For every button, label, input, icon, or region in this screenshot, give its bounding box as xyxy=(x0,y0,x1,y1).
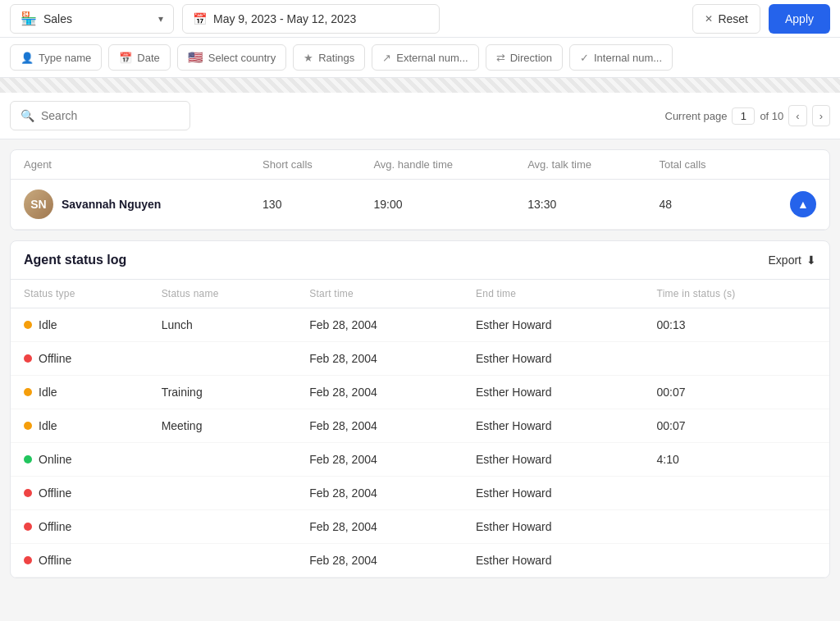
col-avg-talk: Avg. talk time xyxy=(514,150,646,180)
status-cell: Idle xyxy=(24,386,135,399)
filter-internal-label: Internal num... xyxy=(594,52,662,64)
of-pages-label: of 10 xyxy=(760,110,783,122)
calendar-icon: 📅 xyxy=(119,52,132,64)
calendar-icon: 📅 xyxy=(193,12,207,25)
filter-ratings[interactable]: ★ Ratings xyxy=(293,44,365,71)
next-page-button[interactable]: › xyxy=(812,105,830,126)
col-time-in-status: Time in status (s) xyxy=(644,280,829,308)
search-icon: 🔍 xyxy=(21,109,34,122)
col-start-time: Start time xyxy=(296,280,463,308)
end-time-value: Esther Howard xyxy=(463,342,644,376)
table-row: Offline Feb 28, 2004Esther Howard xyxy=(11,342,829,376)
time-in-status-value xyxy=(644,544,829,578)
filter-bar: 👤 Type name 📅 Date 🇺🇸 Select country ★ R… xyxy=(0,38,840,78)
status-dot xyxy=(24,556,32,564)
export-icon: ⬇ xyxy=(806,253,816,267)
avatar-image: SN xyxy=(24,189,53,219)
end-time-value: Esther Howard xyxy=(463,443,644,477)
filter-direction[interactable]: ⇄ Direction xyxy=(486,44,563,71)
filter-date[interactable]: 📅 Date xyxy=(108,44,170,71)
agent-table-container: Agent Short calls Avg. handle time Avg. … xyxy=(10,149,830,231)
start-time-value: Feb 28, 2004 xyxy=(296,409,463,443)
status-type-label: Offline xyxy=(39,486,71,500)
reset-button[interactable]: ✕ Reset xyxy=(692,4,760,34)
top-bar: 🏪 Sales ▾ 📅 May 9, 2023 - May 12, 2023 ✕… xyxy=(0,0,840,38)
start-time-value: Feb 28, 2004 xyxy=(296,477,463,510)
search-input[interactable] xyxy=(41,109,180,122)
chevron-down-icon: ▾ xyxy=(158,13,163,25)
filter-name[interactable]: 👤 Type name xyxy=(10,44,102,71)
status-cell: Offline xyxy=(24,554,135,567)
end-time-value: Esther Howard xyxy=(463,308,644,342)
status-name-value xyxy=(148,510,297,544)
agent-table: Agent Short calls Avg. handle time Avg. … xyxy=(11,150,829,230)
table-row: Idle LunchFeb 28, 2004Esther Howard00:13 xyxy=(11,308,829,342)
status-type-label: Idle xyxy=(39,386,57,399)
col-total-calls: Total calls xyxy=(646,150,752,180)
filter-name-label: Type name xyxy=(39,52,91,64)
check-icon: ✓ xyxy=(580,52,589,64)
page-number: 1 xyxy=(732,107,755,125)
status-type-label: Offline xyxy=(39,352,71,365)
filter-internal[interactable]: ✓ Internal num... xyxy=(569,44,673,71)
status-dot xyxy=(24,321,32,329)
pagination: Current page 1 of 10 ‹ › xyxy=(665,105,831,126)
time-in-status-value xyxy=(644,477,829,510)
date-range-text: May 9, 2023 - May 12, 2023 xyxy=(213,12,356,25)
filter-country[interactable]: 🇺🇸 Select country xyxy=(177,44,286,71)
status-name-value: Meeting xyxy=(148,409,297,443)
time-in-status-value: 00:07 xyxy=(644,409,829,443)
time-in-status-value xyxy=(644,342,829,376)
export-button[interactable]: Export ⬇ xyxy=(769,253,816,267)
search-input-wrap[interactable]: 🔍 xyxy=(10,101,190,130)
status-log-title: Agent status log xyxy=(24,253,126,267)
start-time-value: Feb 28, 2004 xyxy=(296,342,463,376)
col-end-time: End time xyxy=(463,280,644,308)
status-dot xyxy=(24,388,32,396)
status-type-label: Idle xyxy=(39,419,57,432)
apply-button[interactable]: Apply xyxy=(769,4,830,34)
status-name-value xyxy=(148,477,297,510)
status-log-container: Agent status log Export ⬇ Status type St… xyxy=(10,240,830,578)
prev-page-button[interactable]: ‹ xyxy=(788,105,806,126)
end-time-value: Esther Howard xyxy=(463,409,644,443)
avg-handle-value: 19:00 xyxy=(360,180,514,230)
table-row: Offline Feb 28, 2004Esther Howard xyxy=(11,544,829,578)
sales-dropdown[interactable]: 🏪 Sales ▾ xyxy=(10,4,174,34)
end-time-value: Esther Howard xyxy=(463,376,644,409)
striped-divider xyxy=(0,78,840,93)
end-time-value: Esther Howard xyxy=(463,477,644,510)
table-row: Offline Feb 28, 2004Esther Howard xyxy=(11,510,829,544)
agent-cell: SN Savannah Nguyen xyxy=(24,189,236,219)
agent-name: Savannah Nguyen xyxy=(62,198,161,211)
status-type-label: Offline xyxy=(39,554,71,567)
time-in-status-value: 00:07 xyxy=(644,376,829,409)
export-label: Export xyxy=(769,253,801,267)
time-in-status-value: 00:13 xyxy=(644,308,829,342)
flag-icon: 🇺🇸 xyxy=(188,50,203,65)
arrow-up-right-icon: ↗ xyxy=(382,52,391,64)
col-actions xyxy=(753,150,829,180)
status-cell: Online xyxy=(24,453,135,466)
star-icon: ★ xyxy=(304,52,313,64)
status-dot xyxy=(24,455,32,463)
status-name-value xyxy=(148,342,297,376)
table-row: SN Savannah Nguyen 130 19:00 13:30 48 ▲ xyxy=(11,180,829,230)
filter-ratings-label: Ratings xyxy=(318,52,354,64)
status-dot xyxy=(24,354,32,363)
start-time-value: Feb 28, 2004 xyxy=(296,376,463,409)
status-cell: Offline xyxy=(24,486,135,500)
expand-button[interactable]: ▲ xyxy=(790,191,816,217)
date-range-picker[interactable]: 📅 May 9, 2023 - May 12, 2023 xyxy=(182,4,440,34)
status-name-value xyxy=(148,544,297,578)
status-cell: Offline xyxy=(24,520,135,533)
total-calls-value: 48 xyxy=(646,180,752,230)
end-time-value: Esther Howard xyxy=(463,544,644,578)
search-area: 🔍 Current page 1 of 10 ‹ › xyxy=(0,93,840,139)
status-cell: Idle xyxy=(24,419,135,432)
sales-label: Sales xyxy=(43,12,152,25)
status-name-value xyxy=(148,443,297,477)
filter-country-label: Select country xyxy=(208,52,276,64)
status-name-value: Training xyxy=(148,376,297,409)
filter-external[interactable]: ↗ External num... xyxy=(372,44,478,71)
